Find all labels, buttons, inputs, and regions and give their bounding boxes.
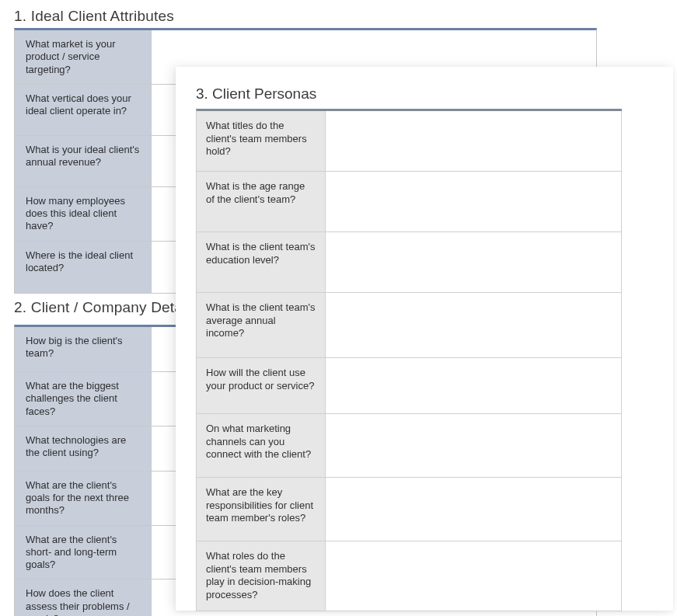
answer-cell[interactable] <box>326 478 622 541</box>
answer-cell[interactable] <box>326 111 622 171</box>
table-row: What is the age range of the client's te… <box>197 172 622 232</box>
table-row: On what marketing channels can you conne… <box>197 414 622 478</box>
question-cell: On what marketing channels can you conne… <box>197 414 326 477</box>
question-cell: What roles do the client's team members … <box>197 541 326 611</box>
question-cell: What vertical does your ideal client ope… <box>15 85 152 135</box>
section-2-heading: 2. Client / Company Details <box>14 299 197 316</box>
question-cell: What is your ideal client's annual reven… <box>15 136 152 186</box>
question-cell: What market is your product / service ta… <box>15 30 152 84</box>
answer-cell[interactable] <box>326 293 622 357</box>
question-cell: How big is the client's team? <box>15 327 152 371</box>
answer-cell[interactable] <box>326 541 622 611</box>
question-cell: How will the client use your product or … <box>197 358 326 413</box>
answer-cell[interactable] <box>326 414 622 477</box>
section-1-heading: 1. Ideal Client Attributes <box>14 8 174 25</box>
question-cell: How many employees does this ideal clien… <box>15 187 152 241</box>
table-row: What titles do the client's team members… <box>197 111 622 172</box>
question-cell: What are the client's short- and long-te… <box>15 526 152 579</box>
question-cell: What titles do the client's team members… <box>197 111 326 171</box>
section-3-heading: 3. Client Personas <box>196 85 316 103</box>
answer-cell[interactable] <box>326 172 622 231</box>
answer-cell[interactable] <box>326 232 622 292</box>
question-cell: What are the client's goals for the next… <box>15 472 152 525</box>
table-row: What are the key responsibilities for cl… <box>197 478 622 541</box>
table-row: What roles do the client's team members … <box>197 541 622 611</box>
table-row: What is the client team's education leve… <box>197 232 622 293</box>
question-cell: What are the key responsibilities for cl… <box>197 478 326 541</box>
question-cell: What is the age range of the client's te… <box>197 172 326 231</box>
section-3-card: 3. Client Personas What titles do the cl… <box>176 67 673 611</box>
question-cell: What is the client team's education leve… <box>197 232 326 292</box>
table-row: How will the client use your product or … <box>197 358 622 414</box>
section-3-table: What titles do the client's team members… <box>196 109 622 611</box>
question-cell: What is the client team's average annual… <box>197 293 326 357</box>
question-cell: Where is the ideal client located? <box>15 242 152 293</box>
answer-cell[interactable] <box>326 358 622 413</box>
document-canvas: 1. Ideal Client Attributes What market i… <box>0 0 677 616</box>
question-cell: What technologies are the client using? <box>15 426 152 471</box>
question-cell: How does the client assess their problem… <box>15 579 152 616</box>
table-row: What is the client team's average annual… <box>197 293 622 358</box>
question-cell: What are the biggest challenges the clie… <box>15 372 152 426</box>
